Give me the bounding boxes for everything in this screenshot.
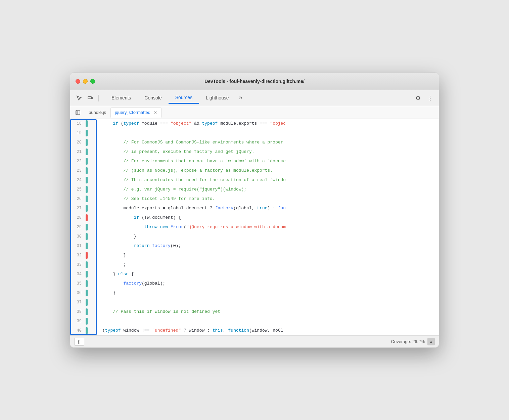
- code-line-38: // Pass this if window is not defined ye…: [102, 307, 433, 317]
- gutter-row-21: 21: [70, 147, 97, 157]
- code-area: 18 19 20 21 22 23: [70, 119, 439, 335]
- gutter-row-34: 34: [70, 269, 97, 279]
- traffic-lights: [76, 79, 95, 84]
- code-line-18: if (typeof module === "object" && typeof…: [102, 119, 433, 128]
- code-line-30: }: [102, 232, 433, 241]
- code-line-31: return factory(w);: [102, 241, 433, 251]
- code-line-28: if (!w.document) {: [102, 213, 433, 222]
- gutter-row-32: 32: [70, 251, 97, 260]
- code-line-35: factory(global);: [102, 279, 433, 288]
- close-tab-icon[interactable]: ✕: [154, 110, 157, 115]
- gutter-row-23: 23: [70, 166, 97, 175]
- tab-more[interactable]: »: [236, 91, 246, 104]
- title-bar: DevTools - foul-heavenly-direction.glitc…: [70, 73, 439, 90]
- minimize-button[interactable]: [83, 79, 88, 84]
- gutter-row-25: 25: [70, 185, 97, 194]
- tab-lighthouse[interactable]: Lighthouse: [199, 92, 236, 104]
- status-right: Coverage: 26.2% ▲: [391, 338, 435, 345]
- code-line-24: // This accentuates the need for the cre…: [102, 175, 433, 185]
- window-title: DevTools - foul-heavenly-direction.glitc…: [76, 79, 433, 84]
- gutter-row-20: 20: [70, 138, 97, 147]
- tab-console[interactable]: Console: [138, 92, 168, 104]
- maximize-button[interactable]: [90, 79, 95, 84]
- coverage-bar-18: [86, 120, 88, 127]
- gutter-row-24: 24: [70, 175, 97, 185]
- code-line-32: }: [102, 251, 433, 260]
- show-panel-icon[interactable]: [73, 108, 83, 118]
- code-line-25: // e.g. var jQuery = require("jquery")(w…: [102, 185, 433, 194]
- more-options-icon[interactable]: ⋮: [425, 93, 435, 103]
- code-line-27: module.exports = global.document ? facto…: [102, 204, 433, 213]
- gutter-row-29: 29: [70, 222, 97, 232]
- coverage-label: Coverage: 26.2%: [391, 339, 425, 344]
- file-tabs: bundle.js jquery.js:formatted ✕: [70, 106, 439, 119]
- svg-rect-1: [92, 97, 93, 99]
- gutter-row-31: 31: [70, 241, 97, 251]
- gutter-row-33: 33: [70, 260, 97, 269]
- tab-elements[interactable]: Elements: [105, 92, 138, 104]
- code-line-33: ;: [102, 260, 433, 269]
- gutter-row-35: 35: [70, 279, 97, 288]
- status-bar: {} Coverage: 26.2% ▲: [70, 335, 439, 347]
- gutter-row-27: 27: [70, 204, 97, 213]
- code-line-36: }: [102, 288, 433, 298]
- code-line-21: // is present, execute the factory and g…: [102, 147, 433, 157]
- toolbar-right: ⚙ ⋮: [413, 93, 435, 103]
- gutter-row-39: 39: [70, 317, 97, 326]
- file-tab-bundle[interactable]: bundle.js: [84, 108, 110, 118]
- toolbar: Elements Console Sources Lighthouse » ⚙ …: [70, 90, 439, 106]
- gutter-row-22: 22: [70, 157, 97, 166]
- toolbar-separator: [98, 95, 99, 101]
- gutter-row-30: 30: [70, 232, 97, 241]
- gutter-row-18: 18: [70, 119, 97, 128]
- status-left: {}: [74, 338, 84, 346]
- gutter-row-26: 26: [70, 194, 97, 204]
- tab-sources[interactable]: Sources: [169, 92, 199, 104]
- code-line-23: // (such as Node.js), expose a factory a…: [102, 166, 433, 175]
- svg-rect-0: [88, 96, 91, 99]
- gutter-row-40: 40: [70, 326, 97, 335]
- format-button[interactable]: {}: [74, 338, 84, 346]
- scroll-up-button[interactable]: ▲: [427, 338, 435, 345]
- close-button[interactable]: [76, 79, 80, 84]
- devtools-window: DevTools - foul-heavenly-direction.glitc…: [70, 72, 439, 348]
- code-line-40: (typeof window !== "undefined" ? window …: [102, 326, 433, 335]
- gutter-row-36: 36: [70, 288, 97, 298]
- code-line-39: [102, 317, 433, 326]
- code-line-37: [102, 298, 433, 307]
- nav-tabs: Elements Console Sources Lighthouse »: [105, 91, 411, 104]
- inspect-icon[interactable]: [74, 93, 84, 103]
- code-line-22: // For environments that do not have a `…: [102, 157, 433, 166]
- gutter-row-38: 38: [70, 307, 97, 317]
- gutter-row-28: 28: [70, 213, 97, 222]
- code-line-34: } else {: [102, 269, 433, 279]
- gutter-row-37: 37: [70, 298, 97, 307]
- file-tab-jquery[interactable]: jquery.js:formatted ✕: [110, 108, 161, 118]
- code-line-19: [102, 128, 433, 138]
- code-line-26: // See ticket #14549 for more info.: [102, 194, 433, 204]
- gutter-row-19: 19: [70, 128, 97, 138]
- code-line-20: // For CommonJS and CommonJS-like enviro…: [102, 138, 433, 147]
- device-icon[interactable]: [86, 93, 95, 103]
- line-gutter: 18 19 20 21 22 23: [70, 119, 97, 335]
- code-line-29: throw new Error("jQuery requires a windo…: [102, 222, 433, 232]
- settings-icon[interactable]: ⚙: [413, 93, 423, 103]
- svg-rect-3: [76, 111, 77, 115]
- code-content[interactable]: if (typeof module === "object" && typeof…: [97, 119, 439, 335]
